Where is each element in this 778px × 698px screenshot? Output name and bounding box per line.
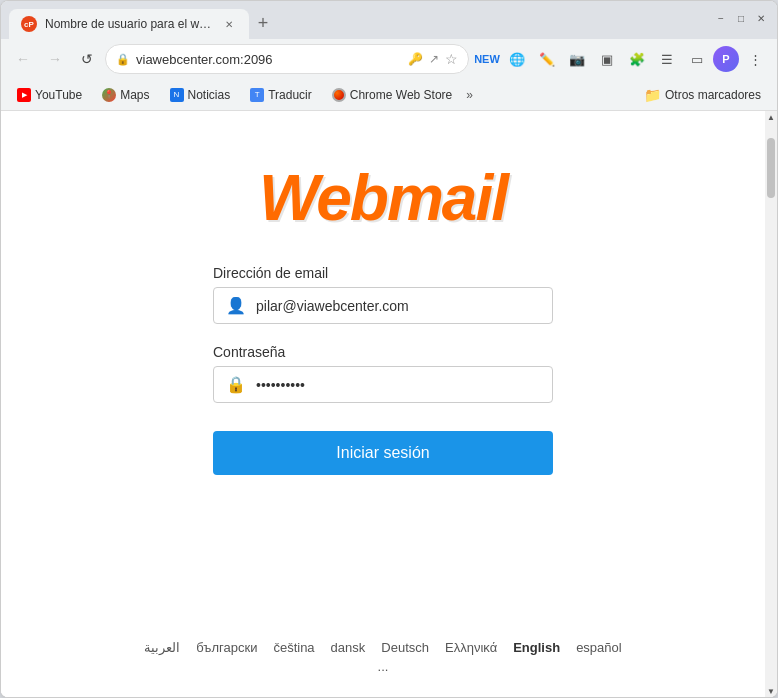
languages-more[interactable]: ... xyxy=(378,659,389,674)
extensions-new-icon[interactable]: NEW xyxy=(473,45,501,73)
back-button[interactable]: ← xyxy=(9,45,37,73)
window-controls: − □ ✕ xyxy=(713,10,769,30)
reload-button[interactable]: ↺ xyxy=(73,45,101,73)
youtube-icon: ▶ xyxy=(17,88,31,102)
menu-button[interactable]: ⋮ xyxy=(741,45,769,73)
share-icon: ↗ xyxy=(429,52,439,66)
tab-title: Nombre de usuario para el webr... xyxy=(45,17,213,31)
lang-spanish[interactable]: español xyxy=(576,640,622,655)
noticias-icon: N xyxy=(170,88,184,102)
email-input-wrapper: 👤 xyxy=(213,287,553,324)
user-icon: 👤 xyxy=(226,296,246,315)
password-input-wrapper: 🔒 xyxy=(213,366,553,403)
webmail-logo: Webmail xyxy=(259,161,507,235)
scrollbar-down[interactable]: ▼ xyxy=(765,685,777,697)
password-label: Contraseña xyxy=(213,344,553,360)
screenshot-icon[interactable]: 📷 xyxy=(563,45,591,73)
lang-greek[interactable]: Ελληνικά xyxy=(445,640,497,655)
bookmark-traducir[interactable]: T Traducir xyxy=(242,86,320,104)
browser-window: cP Nombre de usuario para el webr... ✕ +… xyxy=(0,0,778,698)
language-bar: العربية български čeština dansk Deutsch … xyxy=(1,617,765,697)
close-button[interactable]: ✕ xyxy=(753,10,769,26)
webstore-icon xyxy=(332,88,346,102)
folder-icon: 📁 xyxy=(644,87,661,103)
login-button[interactable]: Iniciar sesión xyxy=(213,431,553,475)
webstore-label: Chrome Web Store xyxy=(350,88,453,102)
profile-avatar[interactable]: P xyxy=(713,46,739,72)
edit-icon[interactable]: ✏️ xyxy=(533,45,561,73)
logo-container: Webmail xyxy=(259,161,507,235)
cast-icon[interactable]: ▭ xyxy=(683,45,711,73)
tabs-icon[interactable]: ☰ xyxy=(653,45,681,73)
tab-favicon: cP xyxy=(21,16,37,32)
active-tab[interactable]: cP Nombre de usuario para el webr... ✕ xyxy=(9,9,249,39)
tab-close-button[interactable]: ✕ xyxy=(221,16,237,32)
tab-bar: cP Nombre de usuario para el webr... ✕ + xyxy=(9,1,709,39)
forward-button[interactable]: → xyxy=(41,45,69,73)
email-input[interactable] xyxy=(256,298,540,314)
new-tab-button[interactable]: + xyxy=(249,9,277,37)
nav-icons: NEW 🌐 ✏️ 📷 ▣ 🧩 ☰ ▭ P ⋮ xyxy=(473,45,769,73)
lock-field-icon: 🔒 xyxy=(226,375,246,394)
minimize-button[interactable]: − xyxy=(713,10,729,26)
maps-label: Maps xyxy=(120,88,149,102)
traducir-icon: T xyxy=(250,88,264,102)
sidebar-icon[interactable]: ▣ xyxy=(593,45,621,73)
content-area: Webmail Dirección de email 👤 Contraseña … xyxy=(1,111,777,697)
bookmarks-more-button[interactable]: » xyxy=(466,88,473,102)
lock-icon: 🔒 xyxy=(116,53,130,66)
lang-english[interactable]: English xyxy=(513,640,560,655)
scrollbar-up[interactable]: ▲ xyxy=(765,111,777,123)
puzzle-icon[interactable]: 🧩 xyxy=(623,45,651,73)
maps-icon: 📍 xyxy=(102,88,116,102)
password-group: Contraseña 🔒 xyxy=(213,344,553,403)
language-links: العربية български čeština dansk Deutsch … xyxy=(144,640,621,655)
bookmark-youtube[interactable]: ▶ YouTube xyxy=(9,86,90,104)
other-bookmarks-button[interactable]: 📁 Otros marcadores xyxy=(636,85,769,105)
key-icon: 🔑 xyxy=(408,52,423,66)
page-content: Webmail Dirección de email 👤 Contraseña … xyxy=(1,111,765,697)
password-input[interactable] xyxy=(256,377,540,393)
bookmarks-bar: ▶ YouTube 📍 Maps N Noticias T Traducir C… xyxy=(1,79,777,111)
translate-icon[interactable]: 🌐 xyxy=(503,45,531,73)
lang-arabic[interactable]: العربية xyxy=(144,640,180,655)
bookmark-noticias[interactable]: N Noticias xyxy=(162,86,239,104)
lang-german[interactable]: Deutsch xyxy=(381,640,429,655)
bookmark-maps[interactable]: 📍 Maps xyxy=(94,86,157,104)
maximize-button[interactable]: □ xyxy=(733,10,749,26)
scrollbar-thumb[interactable] xyxy=(767,138,775,198)
email-group: Dirección de email 👤 xyxy=(213,265,553,324)
noticias-label: Noticias xyxy=(188,88,231,102)
youtube-label: YouTube xyxy=(35,88,82,102)
email-label: Dirección de email xyxy=(213,265,553,281)
traducir-label: Traducir xyxy=(268,88,312,102)
nav-bar: ← → ↺ 🔒 viawebcenter.com:2096 🔑 ↗ ☆ NEW … xyxy=(1,39,777,79)
lang-danish[interactable]: dansk xyxy=(331,640,366,655)
lang-bulgarian[interactable]: български xyxy=(196,640,257,655)
other-bookmarks-label: Otros marcadores xyxy=(665,88,761,102)
bookmark-webstore[interactable]: Chrome Web Store xyxy=(324,86,461,104)
address-text: viawebcenter.com:2096 xyxy=(136,52,402,67)
address-bar[interactable]: 🔒 viawebcenter.com:2096 🔑 ↗ ☆ xyxy=(105,44,469,74)
login-form: Dirección de email 👤 Contraseña 🔒 Inicia… xyxy=(213,265,553,475)
lang-czech[interactable]: čeština xyxy=(273,640,314,655)
title-bar: cP Nombre de usuario para el webr... ✕ +… xyxy=(1,1,777,39)
scrollbar[interactable]: ▲ ▼ xyxy=(765,111,777,697)
bookmark-star-icon[interactable]: ☆ xyxy=(445,51,458,67)
